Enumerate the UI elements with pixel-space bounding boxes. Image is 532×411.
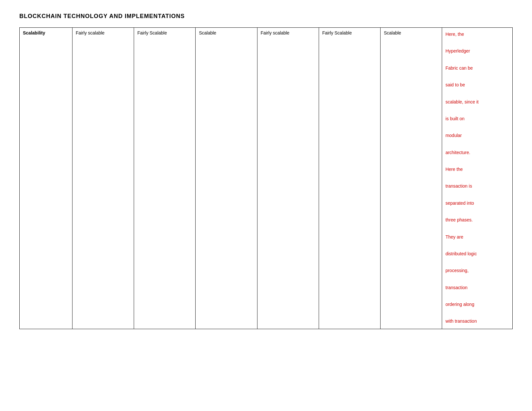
scalability-cell: Scalability xyxy=(20,28,73,329)
col2-cell: Fairly scalable xyxy=(72,28,134,329)
col7-cell: Scalable xyxy=(381,28,442,329)
col4-cell: Scalable xyxy=(196,28,257,329)
col6-cell: Fairly Scalable xyxy=(319,28,380,329)
notes-cell: Here, theHyperledgerFabric can besaid to… xyxy=(442,28,513,329)
page-title: BLOCKCHAIN TECHNOLOGY AND IMPLEMENTATION… xyxy=(19,13,513,20)
col3-cell: Fairly Scalable xyxy=(134,28,196,329)
col5-cell: Fairly scalable xyxy=(257,28,319,329)
table-row: Scalability Fairly scalable Fairly Scala… xyxy=(20,28,513,329)
main-table: Scalability Fairly scalable Fairly Scala… xyxy=(19,27,513,329)
